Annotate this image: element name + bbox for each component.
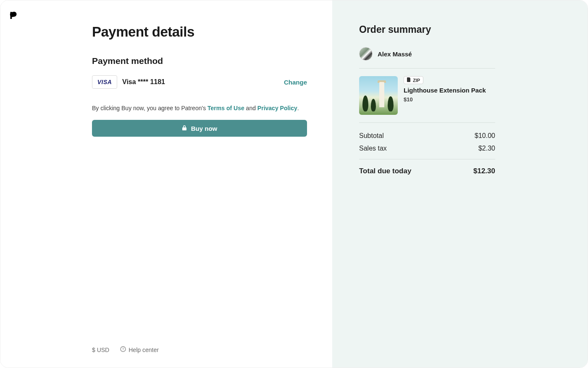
subtotal-line: Subtotal $10.00: [359, 130, 495, 142]
legal-text: By clicking Buy now, you agree to Patreo…: [92, 105, 307, 111]
legal-prefix: By clicking Buy now, you agree to Patreo…: [92, 105, 207, 111]
help-center-link[interactable]: ? Help center: [120, 346, 159, 353]
payment-content: Payment details Payment method VISA Visa…: [92, 24, 307, 137]
total-due-value: $12.30: [473, 167, 495, 175]
filetype-label: ZIP: [413, 78, 420, 83]
buy-now-button[interactable]: Buy now: [92, 120, 307, 137]
product-meta: ZIP Lighthouse Extension Pack $10: [404, 76, 486, 115]
currency-selector[interactable]: $ USD: [92, 347, 109, 353]
buy-now-label: Buy now: [191, 125, 218, 132]
filetype-badge: ZIP: [404, 76, 423, 84]
currency-label: $ USD: [92, 347, 109, 353]
help-icon: ?: [120, 346, 126, 353]
card-brand-badge: VISA: [92, 75, 117, 89]
order-summary: Order summary Alex Massé: [359, 24, 495, 178]
svg-point-0: [12, 12, 17, 17]
subtotal-value: $10.00: [475, 132, 495, 140]
subtotal-label: Subtotal: [359, 132, 384, 140]
product-name: Lighthouse Extension Pack: [404, 87, 486, 94]
total-due-line: Total due today $12.30: [359, 159, 495, 178]
patreon-logo: [10, 11, 17, 20]
summary-pane: Order summary Alex Massé: [332, 0, 588, 368]
creator-row: Alex Massé: [359, 47, 495, 69]
product-price: $10: [404, 96, 413, 103]
page-title: Payment details: [92, 24, 307, 40]
product-row: ZIP Lighthouse Extension Pack $10: [359, 69, 495, 123]
terms-of-use-link[interactable]: Terms of Use: [207, 105, 244, 111]
footer: $ USD ? Help center: [92, 346, 159, 353]
totals-block: Subtotal $10.00 Sales tax $2.30 Total du…: [359, 123, 495, 178]
svg-rect-1: [10, 12, 12, 19]
tax-value: $2.30: [478, 145, 495, 152]
total-due-label: Total due today: [359, 167, 411, 175]
checkout-page: Payment details Payment method VISA Visa…: [0, 0, 588, 368]
lock-icon: [182, 125, 187, 132]
legal-suffix: .: [297, 105, 299, 111]
creator-name: Alex Massé: [378, 50, 412, 58]
product-thumbnail: [359, 76, 398, 115]
change-payment-link[interactable]: Change: [284, 79, 307, 86]
privacy-policy-link[interactable]: Privacy Policy: [257, 105, 297, 111]
legal-between: and: [244, 105, 257, 111]
payment-pane: Payment details Payment method VISA Visa…: [0, 0, 332, 368]
visa-mark: VISA: [97, 79, 112, 85]
svg-text:?: ?: [122, 347, 124, 351]
tax-line: Sales tax $2.30: [359, 142, 495, 155]
payment-method-row: VISA Visa **** 1181 Change: [92, 75, 307, 89]
file-icon: [407, 77, 411, 83]
creator-avatar: [359, 47, 373, 61]
order-summary-title: Order summary: [359, 24, 495, 35]
payment-method-title: Payment method: [92, 56, 307, 66]
tax-label: Sales tax: [359, 145, 387, 152]
card-last4-label: Visa **** 1181: [122, 78, 279, 86]
help-label: Help center: [129, 347, 159, 353]
